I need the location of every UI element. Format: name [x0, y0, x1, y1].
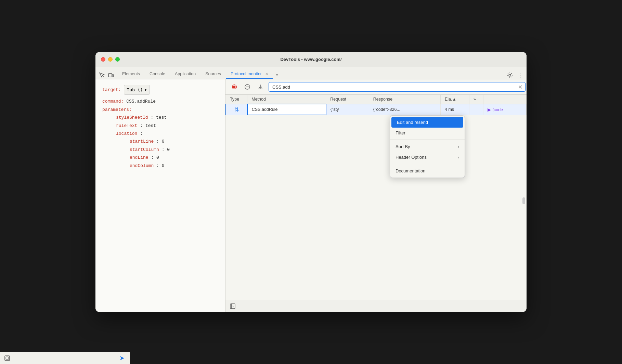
- col-elapsed: Ela.▲: [440, 95, 469, 104]
- table-container: Type Method Request Response: [225, 95, 527, 300]
- record-button[interactable]: [230, 82, 239, 92]
- menu-item-header-options[interactable]: Header Options ›: [390, 152, 465, 162]
- protocol-table: Type Method Request Response: [225, 95, 527, 115]
- minimize-button[interactable]: [108, 57, 113, 62]
- svg-point-2: [509, 74, 511, 76]
- svg-rect-0: [108, 74, 112, 77]
- parameters-row: parameters:: [102, 106, 218, 114]
- col-method: Method: [247, 95, 326, 104]
- svg-rect-7: [233, 86, 236, 88]
- sort-by-chevron-icon: ›: [458, 144, 459, 149]
- more-options-icon[interactable]: ⋮: [516, 72, 524, 79]
- sidebar-toggle-button[interactable]: [230, 303, 236, 309]
- settings-icon[interactable]: [506, 72, 514, 79]
- save-button[interactable]: [256, 82, 265, 92]
- col-overflow: »: [469, 95, 483, 104]
- traffic-lights: [101, 57, 120, 62]
- command-row: command: CSS.addRule: [102, 98, 218, 105]
- tab-overflow-button[interactable]: »: [273, 70, 281, 79]
- window-title: DevTools - www.google.com/: [280, 57, 341, 62]
- tab-close-icon[interactable]: ✕: [265, 72, 268, 76]
- menu-item-edit-resend[interactable]: Edit and resend: [391, 117, 463, 128]
- inspect-icon[interactable]: [98, 72, 106, 79]
- devtools-window: DevTools - www.google.com/ Elements Cons…: [95, 52, 527, 312]
- tab-sources[interactable]: Sources: [200, 69, 226, 79]
- col-response: Response: [369, 95, 440, 104]
- cell-elapsed: 4 ms: [440, 104, 469, 115]
- target-dropdown[interactable]: Tab () ▾: [124, 85, 150, 95]
- table-row[interactable]: ⇅ CSS.addRule {"sty {"code":-326...: [226, 104, 527, 115]
- right-bottom-toolbar: [225, 300, 527, 312]
- maximize-button[interactable]: [115, 57, 120, 62]
- cell-extra: ▶ {code: [483, 104, 527, 115]
- param-startColumn: startColumn : 0: [102, 146, 218, 154]
- context-menu: Edit and resend Filter Sort By › Header …: [390, 115, 465, 178]
- target-row: target: Tab () ▾: [102, 85, 218, 95]
- search-clear-button[interactable]: ✕: [518, 84, 522, 90]
- param-ruleText: ruleText : test: [102, 122, 218, 130]
- clear-button[interactable]: [243, 82, 252, 92]
- param-endLine: endLine : 0: [102, 154, 218, 161]
- svg-rect-1: [112, 75, 114, 77]
- col-extra: [483, 95, 527, 104]
- menu-separator-2: [390, 164, 465, 164]
- tab-elements[interactable]: Elements: [117, 69, 145, 79]
- param-startLine: startLine : 0: [102, 138, 218, 145]
- menu-separator-1: [390, 140, 465, 140]
- param-styleSheetId: styleSheetId : test: [102, 114, 218, 121]
- scrollbar[interactable]: [522, 197, 525, 204]
- cell-method: CSS.addRule: [247, 104, 326, 115]
- menu-item-documentation[interactable]: Documentation: [390, 166, 465, 176]
- protocol-toolbar: ✕: [225, 79, 527, 95]
- param-endColumn: endColumn : 0: [102, 162, 218, 170]
- col-request: Request: [326, 95, 369, 104]
- tab-bar: Elements Console Application Sources Pro…: [95, 67, 527, 79]
- tab-application[interactable]: Application: [170, 69, 200, 79]
- tab-protocol-monitor[interactable]: Protocol monitor ✕: [226, 69, 273, 79]
- tab-console[interactable]: Console: [145, 69, 170, 79]
- close-button[interactable]: [101, 57, 105, 62]
- titlebar: DevTools - www.google.com/: [95, 52, 527, 67]
- param-location: location :: [102, 130, 218, 138]
- col-type: Type: [226, 95, 247, 104]
- right-panel: ✕ Type Method Request: [225, 79, 527, 312]
- main-content: target: Tab () ▾ command: CSS.addRule pa…: [95, 79, 527, 312]
- cell-response: {"code":-326...: [369, 104, 440, 115]
- left-panel: target: Tab () ▾ command: CSS.addRule pa…: [95, 79, 225, 312]
- cell-request: {"sty: [326, 104, 369, 115]
- svg-marker-12: [233, 306, 234, 307]
- cell-overflow: [469, 104, 483, 115]
- device-icon[interactable]: [107, 72, 115, 79]
- cell-type: ⇅: [226, 104, 247, 115]
- menu-item-sort-by[interactable]: Sort By ›: [390, 141, 465, 152]
- menu-item-filter[interactable]: Filter: [390, 128, 465, 138]
- header-options-chevron-icon: ›: [458, 155, 459, 160]
- search-input[interactable]: [269, 82, 526, 92]
- target-label: target:: [102, 86, 121, 94]
